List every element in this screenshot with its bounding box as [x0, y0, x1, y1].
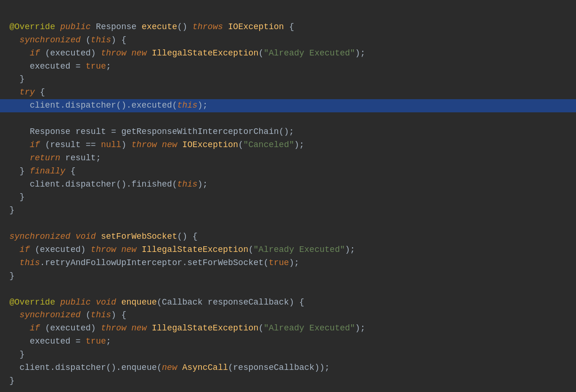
- bool-true-1: true: [86, 62, 106, 71]
- type-ioexception: IOException: [228, 22, 284, 31]
- this-keyword-2: this: [177, 101, 197, 110]
- keyword-if-4: if: [30, 323, 40, 333]
- method-execute: execute: [142, 22, 177, 31]
- type-ioexception-2: IOException: [182, 140, 238, 149]
- keyword-new-2: new: [162, 140, 177, 149]
- this-keyword-1: this: [91, 35, 111, 45]
- keyword-return: return: [30, 153, 60, 163]
- this-keyword-3: this: [177, 180, 197, 189]
- type-response: Response: [96, 22, 136, 31]
- string-already-executed-3: "Already Executed": [264, 323, 355, 333]
- string-already-executed-1: "Already Executed": [264, 48, 355, 58]
- keyword-void-1: void: [75, 232, 96, 241]
- string-already-executed-2: "Already Executed": [254, 245, 345, 254]
- method-enqueue: enqueue: [121, 298, 157, 307]
- this-keyword-5: this: [91, 310, 111, 320]
- keyword-try: try: [20, 87, 35, 97]
- bool-true-2: true: [269, 258, 289, 267]
- keyword-finally: finally: [30, 166, 65, 176]
- highlighted-line: client.dispatcher().executed(this);: [0, 99, 576, 112]
- keyword-if-2: if: [30, 140, 40, 149]
- keyword-synchronized-2: synchronized: [9, 232, 71, 241]
- keyword-new-1: new: [131, 48, 146, 58]
- annotation-override: @Override: [9, 22, 55, 31]
- keyword-synchronized-3: synchronized: [20, 310, 81, 320]
- keyword-new-5: new: [162, 363, 177, 372]
- code-viewer: @Override public Response execute() thro…: [9, 8, 567, 388]
- keyword-throw-3: throw: [91, 245, 116, 254]
- type-illegalstateexception-3: IllegalStateException: [152, 323, 259, 333]
- method-setforwebsocket: setForWebSocket: [101, 232, 177, 241]
- type-response-2: Response: [30, 127, 70, 136]
- null-keyword: null: [101, 140, 121, 149]
- keyword-void-2: void: [96, 298, 116, 307]
- keyword-new-4: new: [131, 323, 146, 333]
- keyword-throws: throws: [192, 22, 223, 31]
- keyword-throw-2: throw: [131, 140, 157, 149]
- keyword-throw-1: throw: [101, 48, 126, 58]
- type-illegalstateexception-1: IllegalStateException: [152, 48, 259, 58]
- keyword-if-3: if: [20, 245, 30, 254]
- this-keyword-4: this: [20, 258, 40, 267]
- keyword-public-2: public: [60, 298, 91, 307]
- type-illegalstateexception-2: IllegalStateException: [142, 245, 248, 254]
- type-asynccall: AsyncCall: [182, 363, 228, 372]
- bool-true-3: true: [86, 337, 106, 346]
- keyword-new-3: new: [121, 245, 136, 254]
- string-canceled: "Canceled": [243, 140, 294, 149]
- keyword-public: public: [60, 22, 91, 31]
- keyword-synchronized-1: synchronized: [20, 35, 81, 45]
- annotation-override-2: @Override: [9, 298, 55, 307]
- keyword-throw-4: throw: [101, 323, 126, 333]
- keyword-if-1: if: [30, 48, 40, 58]
